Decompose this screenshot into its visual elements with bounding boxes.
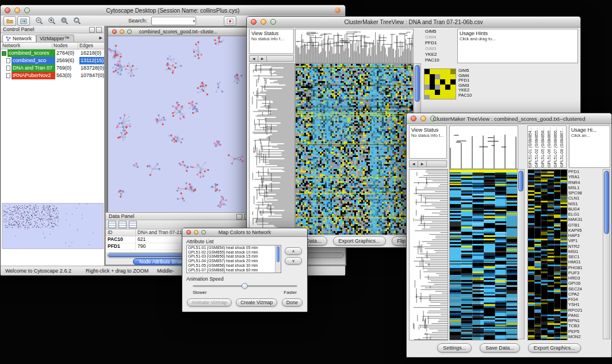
search-input[interactable] [152, 17, 190, 25]
gene-label[interactable]: HRD3 [568, 275, 600, 281]
tv2-button-2[interactable]: Export Graphics... [528, 343, 581, 352]
zoom-button[interactable] [201, 230, 206, 235]
attribute-list-item[interactable]: GPL51-05 (GSM858) heat shock 30 min [187, 263, 281, 268]
column-label[interactable]: GIM4 [424, 35, 455, 40]
summary-gene-label[interactable]: PAC10 [457, 93, 492, 98]
vertical-scrollbar[interactable] [517, 169, 525, 339]
move-up-button[interactable]: ∧ [285, 247, 302, 255]
create-attribute-icon[interactable] [118, 221, 127, 228]
close-button[interactable] [186, 230, 191, 235]
animate-vizmap-button[interactable]: Animate Vizmap [187, 298, 232, 306]
gene-label[interactable]: PFD1 [568, 169, 600, 174]
gene-label[interactable]: SEC1 [568, 254, 600, 259]
attribute-list[interactable]: GPL51-01 (GSM854) heat shock 05 minGPL51… [186, 245, 281, 273]
network-tree-row[interactable]: combined_scores2764(0)16218(0) [1, 49, 104, 57]
tab-overflow-button[interactable]: ▶ [100, 36, 102, 40]
main-titlebar[interactable]: Cytoscape Desktop (Session Name: collins… [1, 5, 345, 16]
gene-label[interactable]: YSH1 [568, 302, 600, 307]
gene-label[interactable]: MAK31 [568, 217, 600, 222]
attribute-list-item[interactable]: GPL51-01 (GSM854) heat shock 05 min [187, 246, 281, 250]
create-vizmap-button[interactable]: Create Vizmap [236, 298, 277, 306]
gene-label[interactable]: HMG1 [568, 259, 600, 265]
vertical-scrollbar[interactable] [603, 169, 610, 339]
column-label[interactable]: GPL51-08 (GSM867... [560, 126, 566, 167]
column-dendrogram[interactable] [295, 29, 414, 63]
heatmap[interactable] [295, 63, 414, 235]
tv1-titlebar[interactable]: ClusterMaker TreeView : DNA and Tran 07-… [247, 17, 580, 28]
gene-label[interactable]: PAN1 [568, 313, 600, 318]
col-edges[interactable]: Edges [78, 43, 104, 49]
scrollbar-thumb[interactable] [518, 171, 523, 191]
gene-label[interactable]: ELG1 [568, 212, 600, 217]
close-button[interactable] [411, 116, 416, 121]
tab-network[interactable]: Network [2, 35, 36, 42]
chevron-down-icon[interactable]: ▾ [193, 17, 195, 25]
zoom-button[interactable] [270, 19, 276, 25]
network-tree-row[interactable]: combined_sco2569(6)13112(15) [1, 57, 104, 64]
gene-label[interactable]: PEP5 [568, 329, 600, 334]
scroll-right-icon[interactable]: ▶ [418, 161, 427, 167]
secondary-heatmap[interactable] [527, 169, 568, 340]
attribute-list-item[interactable]: GPL51-07 (GSM868) heat shock 60 min [187, 268, 281, 273]
minimize-button[interactable] [194, 230, 198, 235]
move-down-button[interactable]: ∨ [285, 257, 302, 265]
scrollbar-thumb[interactable] [604, 171, 609, 234]
gene-label[interactable]: YRA1 [568, 174, 600, 179]
attribute-function-icon[interactable] [129, 221, 137, 228]
gene-label[interactable]: MON2 [568, 334, 600, 339]
zoom-button[interactable] [24, 7, 30, 13]
scrollbar-thumb[interactable] [415, 65, 420, 102]
done-button[interactable]: Done [282, 298, 303, 306]
import-network-icon[interactable] [17, 16, 30, 26]
attribute-list-item[interactable]: GPL51-02 (GSM855) heat shock 10 min [187, 250, 281, 255]
column-label[interactable]: GPL51-05 (GSM858... [541, 126, 547, 167]
scroll-left-icon[interactable]: ◀ [250, 56, 258, 62]
minimize-button[interactable] [14, 7, 20, 13]
gene-label[interactable]: NIS1 [568, 201, 600, 206]
gene-label[interactable]: GPI16 [568, 281, 600, 286]
gene-label[interactable]: TCB3 [568, 323, 600, 328]
zoom-button[interactable] [127, 29, 132, 34]
column-label[interactable]: GIM5 [424, 29, 455, 35]
slider-thumb[interactable] [242, 283, 248, 289]
network-tree-row[interactable]: tRNAPuberNov2563(0)107847(0) [1, 72, 104, 79]
row-dendrogram[interactable] [409, 169, 448, 340]
gene-label[interactable]: MSI1 [568, 249, 600, 254]
gene-label[interactable]: SPC98 [568, 190, 600, 196]
heatmap[interactable] [449, 169, 518, 340]
gene-label[interactable]: MSL1 [568, 185, 600, 190]
zoom-button[interactable] [430, 116, 436, 121]
search-combobox[interactable]: ▾ [151, 17, 196, 25]
column-dendrogram[interactable] [449, 125, 518, 169]
gene-label[interactable]: FIG4 [568, 297, 600, 302]
network-tree-row[interactable]: DNA and Tran 07769(0)183728(0) [1, 64, 104, 72]
column-label[interactable]: GPL51-07 (GSM866... [553, 126, 560, 167]
minimize-button[interactable] [261, 19, 266, 25]
gene-label[interactable]: VIP1 [568, 238, 600, 243]
scroll-right-icon[interactable]: ▶ [258, 56, 267, 62]
tv2-button-0[interactable]: Settings... [437, 343, 472, 352]
gene-label[interactable]: GTB1 [568, 223, 600, 228]
attribute-list-item[interactable]: GPL51-04 (GSM857) heat shock 20 min [187, 259, 281, 263]
tv2-titlebar[interactable]: ClusterMaker TreeView : combined_scores_… [407, 113, 611, 124]
id-column-header[interactable]: ID [106, 229, 136, 236]
open-session-icon[interactable] [3, 16, 16, 26]
annotation-icon[interactable] [224, 16, 236, 26]
dialog-titlebar[interactable]: Map Colors to Network [182, 228, 307, 237]
network-canvas[interactable] [108, 36, 248, 212]
column-label[interactable]: GIM3 [424, 46, 455, 52]
column-label[interactable]: GPL51-01 (GSM854... [528, 126, 534, 167]
dock-panel-icon[interactable] [236, 214, 242, 220]
column-label[interactable]: PAC10 [424, 58, 455, 63]
minimize-button[interactable] [120, 29, 124, 34]
tab-vizmapper[interactable]: VizMapper™ [36, 35, 74, 42]
tv2-button-1[interactable]: Save Data... [480, 343, 520, 352]
close-button[interactable] [251, 19, 257, 25]
summary-heatmap[interactable] [424, 68, 456, 99]
select-attributes-icon[interactable] [108, 221, 116, 228]
row-dendrogram[interactable] [249, 63, 295, 235]
attribute-list-item[interactable]: GPL51-03 (GSM856) heat shock 15 min [187, 254, 281, 259]
gene-label[interactable]: PUF3 [568, 270, 600, 275]
gene-label[interactable]: PHO81 [568, 265, 600, 270]
column-label[interactable]: GPL51-06 (GSM865... [547, 126, 553, 167]
